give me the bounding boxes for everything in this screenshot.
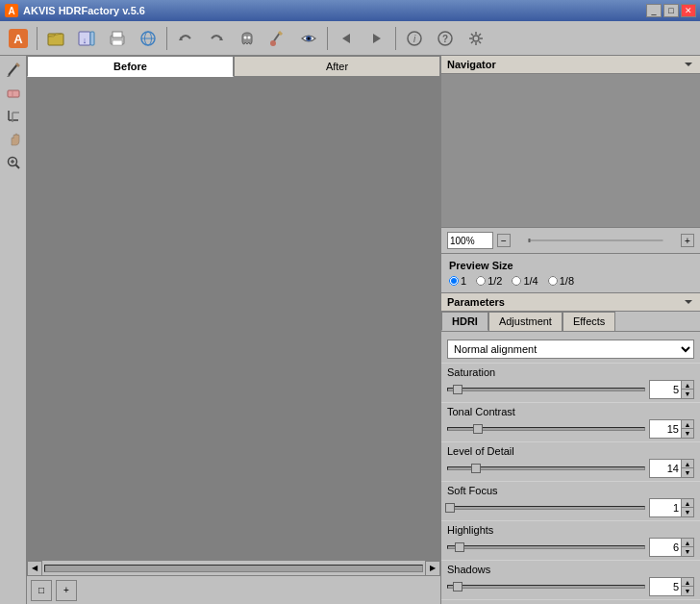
svg-rect-4 [48,34,63,45]
rect-select-button[interactable]: □ [31,580,52,601]
eye-button[interactable] [294,25,323,52]
scroll-track[interactable] [44,565,423,572]
svg-text:A: A [8,6,14,16]
zoom-slider[interactable] [514,238,677,243]
settings-button[interactable] [462,25,490,52]
undo-button[interactable] [171,25,200,52]
svg-marker-45 [685,300,692,304]
highlights-down-button[interactable]: ▼ [682,547,693,556]
soft-focus-slider[interactable] [447,506,645,510]
shadows-up-button[interactable]: ▲ [682,578,693,587]
logo-button[interactable]: A [4,25,33,52]
shadows-spinbox: ▲ ▼ [649,577,694,596]
canvas-area[interactable] [27,78,440,560]
preview-size-1[interactable]: 1 [449,275,466,287]
crop-tool[interactable] [3,106,24,127]
hand-tool[interactable] [3,129,24,150]
navigator-collapse-icon[interactable] [683,59,694,70]
preview-size-eighth-radio[interactable] [548,276,558,286]
saturation-thumb[interactable] [453,385,462,394]
parameter-tabs: HDRI Adjustment Effects [441,312,700,332]
level-of-detail-thumb[interactable] [471,464,481,473]
saturation-value[interactable] [650,381,681,398]
svg-marker-23 [373,34,381,43]
shadows-thumb[interactable] [453,582,462,591]
preview-size-half[interactable]: 1/2 [476,275,502,287]
brush-button[interactable] [263,25,292,52]
level-of-detail-value[interactable] [650,460,681,477]
before-tab[interactable]: Before [27,56,234,77]
highlights-row: Highlights ▲ ▼ [441,521,700,561]
import-button[interactable]: ↓ [72,25,101,52]
help-button[interactable]: ? [431,25,460,52]
shadows-slider[interactable] [447,585,645,589]
soft-focus-label: Soft Focus [447,485,694,496]
tonal-contrast-spin-buttons: ▲ ▼ [681,420,693,438]
scroll-right-button[interactable]: ▶ [425,561,440,576]
preview-size-quarter[interactable]: 1/4 [512,275,538,287]
parameters-collapse-icon[interactable] [683,296,694,308]
highlights-up-button[interactable]: ▲ [682,539,693,547]
svg-text:i: i [413,34,416,44]
level-of-detail-up-button[interactable]: ▲ [682,460,693,468]
shadows-down-button[interactable]: ▼ [682,587,693,595]
preview-size-half-radio[interactable] [476,276,486,286]
maximize-button[interactable]: □ [663,4,679,17]
soft-focus-value[interactable] [650,499,681,516]
redo-button[interactable] [202,25,231,52]
print-button[interactable] [103,25,132,52]
soft-focus-up-button[interactable]: ▲ [682,499,693,508]
svg-rect-32 [8,90,19,97]
web-button[interactable] [134,25,162,52]
back-button[interactable] [332,25,361,52]
close-button[interactable]: ✕ [681,4,696,17]
soft-focus-spinbox: ▲ ▼ [649,498,694,517]
open-file-button[interactable] [41,25,70,52]
shadows-control: ▲ ▼ [447,577,694,596]
alignment-dropdown[interactable]: Normal alignment No alignment Minimal al… [447,340,694,359]
tonal-contrast-value[interactable] [650,420,681,438]
tab-hdri[interactable]: HDRI [441,312,488,331]
tonal-contrast-control: ▲ ▼ [447,419,694,439]
zoom-in-button[interactable]: + [681,234,694,247]
saturation-up-button[interactable]: ▲ [682,381,693,390]
level-of-detail-slider[interactable] [447,466,645,470]
info-button[interactable]: i [400,25,429,52]
highlights-thumb[interactable] [455,542,464,552]
highlights-slider[interactable] [447,545,645,549]
preview-size-eighth[interactable]: 1/8 [548,275,574,287]
ghost-button[interactable] [233,25,262,52]
level-of-detail-control: ▲ ▼ [447,459,694,478]
preview-size-options: 1 1/2 1/4 1/8 [449,275,692,287]
zoom-tool[interactable] [3,152,24,173]
add-button[interactable]: + [56,580,77,601]
forward-button[interactable] [362,25,391,52]
tonal-contrast-up-button[interactable]: ▲ [682,420,693,429]
saturation-down-button[interactable]: ▼ [682,390,693,398]
tab-adjustment[interactable]: Adjustment [488,312,562,331]
svg-point-15 [244,36,247,38]
level-of-detail-down-button[interactable]: ▼ [682,468,693,477]
preview-size-1-radio[interactable] [449,276,459,286]
scroll-left-button[interactable]: ◀ [27,561,42,576]
tonal-contrast-down-button[interactable]: ▼ [682,429,693,438]
tonal-contrast-thumb[interactable] [473,424,483,434]
zoom-input[interactable] [447,232,493,249]
tonal-contrast-slider[interactable] [447,427,645,431]
horizontal-scrollbar: ◀ ▶ [27,560,440,575]
after-tab[interactable]: After [234,56,440,77]
preview-size-quarter-radio[interactable] [512,276,521,286]
tab-effects[interactable]: Effects [562,312,615,331]
saturation-spinbox: ▲ ▼ [649,380,694,399]
soft-focus-down-button[interactable]: ▼ [682,508,693,516]
navigator-preview[interactable] [441,74,700,228]
soft-focus-thumb[interactable] [445,503,455,513]
minimize-button[interactable]: _ [646,4,662,17]
zoom-out-button[interactable]: − [497,234,511,247]
highlights-value[interactable] [650,539,681,556]
shadows-value[interactable] [650,578,681,595]
saturation-slider[interactable] [447,388,645,391]
highlights-control: ▲ ▼ [447,538,694,557]
pencil-tool[interactable] [3,60,24,81]
eraser-tool[interactable] [3,83,24,104]
